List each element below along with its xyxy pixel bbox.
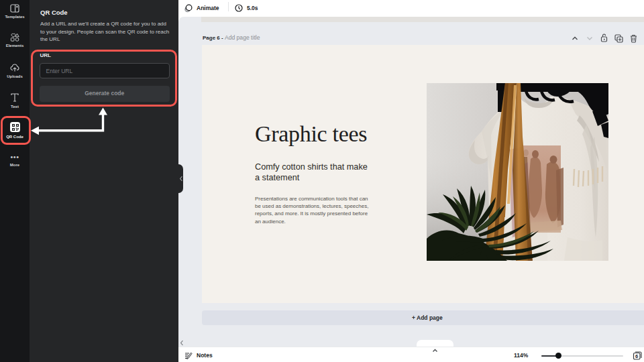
svg-text:6: 6 bbox=[635, 353, 638, 359]
